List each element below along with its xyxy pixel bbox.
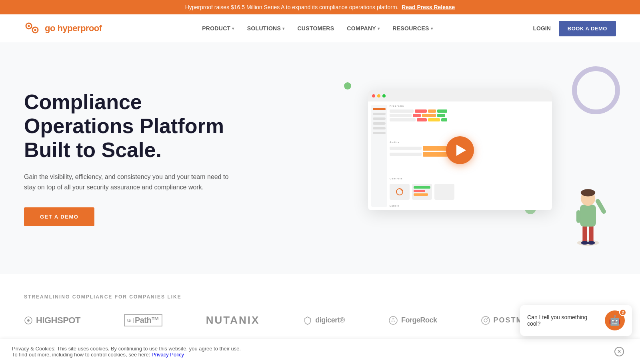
svg-rect-12 — [595, 198, 607, 215]
forgerock-icon — [388, 316, 398, 325]
illustration-person — [568, 170, 608, 250]
browser-sidebar — [371, 105, 387, 207]
logo-forgerock: ForgeRock — [388, 316, 437, 325]
play-button[interactable] — [446, 136, 474, 164]
solutions-chevron-icon: ▾ — [282, 26, 284, 31]
svg-point-10 — [588, 241, 595, 245]
browser-dot-green — [382, 94, 386, 97]
product-chevron-icon: ▾ — [232, 26, 234, 31]
cookie-banner: Privacy & Cookies: This site uses cookie… — [0, 339, 640, 346]
highspot-icon — [24, 316, 33, 325]
chat-message: Can I tell you something cool? — [527, 314, 600, 327]
logo-uipath: Ui Path™ — [124, 314, 162, 326]
top-banner: Hyperproof raises $16.5 Million Series A… — [0, 0, 640, 14]
browser-dot-red — [372, 94, 375, 97]
logo-highspot: HIGHSPOT — [24, 315, 80, 326]
hero-browser-mockup: Programs — [368, 90, 552, 210]
banner-link[interactable]: Read Press Release — [402, 4, 455, 10]
chat-badge: 2 — [619, 309, 626, 316]
hero-title: Compliance Operations Platform Built to … — [24, 90, 256, 162]
nav-company[interactable]: COMPANY ▾ — [347, 25, 380, 32]
deco-circle-large — [572, 66, 620, 114]
svg-rect-11 — [580, 205, 596, 227]
navbar: go hyperproof PRODUCT ▾ SOLUTIONS ▾ CUST… — [0, 14, 640, 42]
svg-rect-13 — [576, 210, 581, 223]
svg-point-9 — [581, 241, 588, 245]
hero-left: Compliance Operations Platform Built to … — [24, 82, 320, 226]
banner-text: Hyperproof raises $16.5 Million Series A… — [185, 4, 399, 10]
get-demo-button[interactable]: GET A DEMO — [24, 207, 94, 226]
logo-nutanix: NUTANIX — [206, 314, 260, 326]
svg-rect-7 — [582, 225, 587, 243]
logo-digicert: digicert® — [303, 316, 345, 325]
svg-rect-8 — [589, 224, 594, 243]
digicert-icon — [303, 316, 312, 325]
hero-subtitle: Gain the visibility, efficiency, and con… — [24, 172, 232, 193]
nav-resources[interactable]: RESOURCES ▾ — [392, 25, 433, 32]
company-chevron-icon: ▾ — [378, 26, 380, 31]
logo-text: go hyperproof — [45, 23, 102, 34]
logos-title: STREAMLINING COMPLIANCE FOR COMPANIES LI… — [24, 294, 616, 300]
browser-bar — [368, 90, 552, 101]
chat-avatar[interactable]: 🤖 2 — [605, 310, 625, 330]
svg-point-15 — [581, 189, 595, 196]
chat-widget[interactable]: Can I tell you something cool? 🤖 2 — [520, 305, 632, 336]
nav-product[interactable]: PRODUCT ▾ — [202, 25, 234, 32]
hero-right: Programs — [320, 58, 616, 250]
nav-cta-group: LOGIN BOOK A DEMO — [533, 21, 616, 36]
resources-chevron-icon: ▾ — [431, 26, 433, 31]
svg-point-1 — [28, 25, 30, 27]
nav-customers[interactable]: CUSTOMERS — [297, 25, 334, 32]
book-demo-button[interactable]: BOOK A DEMO — [559, 21, 616, 36]
postman-icon — [481, 316, 490, 325]
svg-point-17 — [27, 319, 30, 322]
logo[interactable]: go hyperproof — [24, 21, 102, 36]
browser-dot-yellow — [377, 94, 380, 97]
svg-point-18 — [389, 316, 397, 324]
nav-solutions[interactable]: SOLUTIONS ▾ — [247, 25, 285, 32]
svg-point-20 — [484, 319, 487, 322]
deco-dot-green — [344, 82, 351, 90]
hero-section: Compliance Operations Platform Built to … — [0, 42, 640, 274]
svg-point-3 — [34, 29, 36, 31]
cookie-text: Privacy & Cookies: This site uses cookie… — [12, 346, 614, 346]
login-link[interactable]: LOGIN — [533, 25, 550, 32]
nav-links: PRODUCT ▾ SOLUTIONS ▾ CUSTOMERS COMPANY … — [202, 25, 433, 32]
